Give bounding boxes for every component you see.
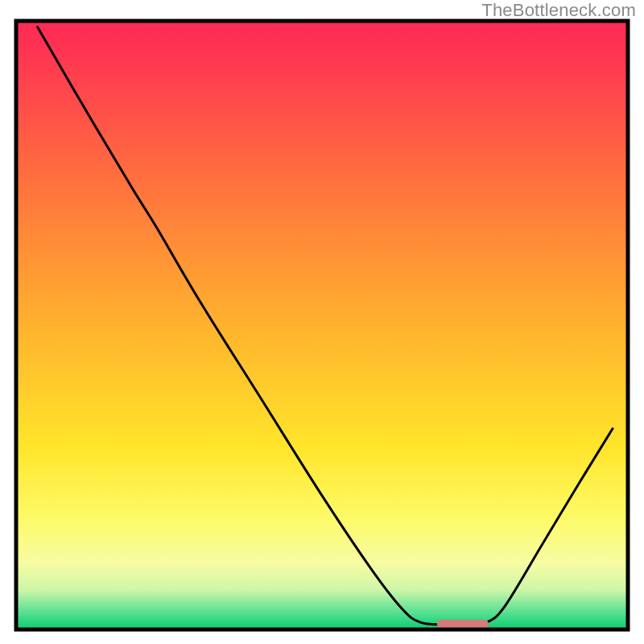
gradient-background bbox=[16, 21, 628, 630]
chart-svg bbox=[0, 0, 644, 644]
watermark-text: TheBottleneck.com bbox=[481, 0, 636, 21]
bottleneck-chart: TheBottleneck.com bbox=[0, 0, 644, 644]
